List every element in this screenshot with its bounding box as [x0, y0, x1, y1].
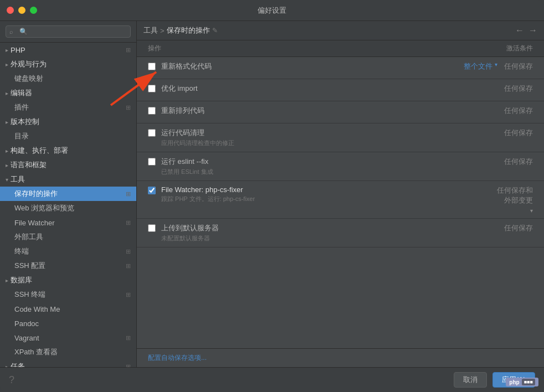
sidebar-item-tools[interactable]: ▾ 工具	[0, 172, 136, 187]
nav-icons: ← →	[515, 25, 537, 35]
bottom-bar: ? 取消 应用(A)	[0, 367, 544, 392]
sidebar-item-editor[interactable]: ▸ 编辑器	[0, 86, 136, 100]
help-icon[interactable]: ?	[9, 374, 14, 386]
sidebar-item-php[interactable]: ▸ PHP ⊞	[0, 43, 136, 57]
row-condition-file-watcher-php: 任何保存和 外部变更 ▾	[444, 185, 533, 214]
table-row: 重新格式化代码 整个文件 ▾ 任何保存	[137, 57, 544, 79]
sidebar-item-save-actions[interactable]: 保存时的操作 ⊞	[0, 187, 136, 201]
sidebar-item-ssh-terminal[interactable]: SSH 终端 ⊞	[0, 287, 136, 302]
sidebar-item-label-directory: 目录	[14, 131, 29, 141]
row-title-optimize: 优化 import	[161, 84, 198, 94]
sidebar-item-appearance[interactable]: ▸ 外观与行为	[0, 57, 136, 71]
table-header: 操作 激活条件	[137, 40, 544, 57]
row-text-upload: 上传到默认服务器 未配置默认服务器	[161, 223, 219, 243]
row-title-eslint: 运行 eslint --fix	[161, 157, 213, 167]
close-button[interactable]	[7, 7, 14, 14]
panel-footer: 配置自动保存选项...	[137, 348, 544, 367]
row-condition-reformat: 整个文件 ▾ 任何保存	[444, 61, 533, 71]
condition-dropdown-reformat[interactable]: ▾	[495, 61, 497, 68]
table-row: 重新排列代码 任何保存	[137, 101, 544, 123]
expand-arrow-appearance: ▸	[6, 61, 8, 68]
expand-arrow-vcs: ▸	[6, 119, 8, 125]
row-title-upload: 上传到默认服务器	[161, 223, 219, 233]
sidebar-item-label-keymaps: 键盘映射	[14, 74, 43, 84]
php-badge: php ■■■	[506, 378, 538, 386]
sidebar-item-build[interactable]: ▸ 构建、执行、部署	[0, 143, 136, 158]
sidebar-item-lang[interactable]: ▸ 语言和框架	[0, 158, 136, 172]
sidebar-item-vagrant[interactable]: Vagrant ⊞	[0, 331, 136, 345]
sidebar-item-vcs[interactable]: ▸ 版本控制	[0, 115, 136, 129]
breadcrumb-current: 保存时的操作	[167, 25, 210, 35]
row-dropdown-file-watcher-php[interactable]: ▾	[530, 208, 533, 214]
sidebar-item-web-browser[interactable]: Web 浏览器和预览	[0, 201, 136, 215]
row-condition-cleanup: 任何保存	[444, 128, 533, 138]
traffic-lights	[7, 7, 37, 14]
row-any-save-eslint: 任何保存	[504, 157, 533, 167]
row-checkbox-file-watcher-php[interactable]	[148, 187, 156, 194]
col-header-action: 操作	[148, 44, 444, 53]
row-checkbox-rearrange[interactable]	[148, 107, 156, 115]
sidebar-item-database[interactable]: ▸ 数据库	[0, 273, 136, 287]
search-input[interactable]	[6, 25, 131, 38]
row-title-reformat: 重新格式化代码	[161, 61, 212, 71]
nav-back-icon[interactable]: ←	[515, 25, 524, 35]
row-checkbox-upload[interactable]	[148, 224, 156, 232]
row-subtitle-cleanup: 应用代码清理检查中的修正	[161, 139, 234, 147]
titlebar: 偏好设置	[0, 0, 544, 21]
minimize-button[interactable]	[18, 7, 25, 14]
nav-forward-icon[interactable]: →	[528, 25, 537, 35]
edit-icon[interactable]: ✎	[212, 27, 218, 34]
cancel-button[interactable]: 取消	[454, 372, 487, 388]
row-title-cleanup: 运行代码清理	[161, 128, 234, 138]
sidebar-item-file-watcher[interactable]: File Watcher ⊞	[0, 215, 136, 230]
row-checkbox-optimize[interactable]	[148, 85, 156, 92]
sidebar-item-icon-php: ⊞	[126, 47, 131, 54]
row-left: 上传到默认服务器 未配置默认服务器	[148, 223, 444, 243]
table-row: File Watcher: php-cs-fixer 跟踪 PHP 文件。运行:…	[137, 181, 544, 219]
sidebar-item-terminal[interactable]: 终端 ⊞	[0, 244, 136, 259]
sidebar-item-label-editor: 编辑器	[11, 88, 32, 98]
sidebar-item-keymaps[interactable]: 键盘映射	[0, 71, 136, 86]
row-any-save-file-watcher-php: 任何保存和 外部变更	[497, 185, 533, 205]
col-header-condition: 激活条件	[444, 44, 533, 53]
sidebar-item-icon-ssh-terminal: ⊞	[126, 291, 131, 298]
sidebar-item-pandoc[interactable]: Pandoc	[0, 316, 136, 331]
expand-arrow-php: ▸	[6, 47, 8, 53]
expand-arrow-tools: ▾	[6, 177, 8, 183]
sidebar-item-tasks[interactable]: ▸ 任务 ⊞	[0, 359, 136, 367]
sidebar-item-external-tools[interactable]: 外部工具	[0, 230, 136, 244]
row-left: 重新格式化代码	[148, 61, 444, 71]
row-text-optimize: 优化 import	[161, 84, 198, 94]
maximize-button[interactable]	[30, 7, 37, 14]
sidebar-item-ssh-config[interactable]: SSH 配置 ⊞	[0, 259, 136, 273]
sidebar-item-label-terminal: 终端	[14, 246, 29, 256]
sidebar-item-code-with-me[interactable]: Code With Me	[0, 302, 136, 316]
sidebar-item-label-plugins: 插件	[14, 102, 29, 112]
row-checkbox-eslint[interactable]	[148, 158, 156, 166]
breadcrumb-root: 工具	[143, 25, 158, 35]
row-any-save-rearrange: 任何保存	[504, 106, 533, 116]
footer-link[interactable]: 配置自动保存选项...	[148, 354, 207, 362]
table-row: 运行代码清理 应用代码清理检查中的修正 任何保存	[137, 123, 544, 152]
sidebar-item-label-file-watcher: File Watcher	[14, 219, 54, 227]
right-panel: 工具 > 保存时的操作 ✎ ← → 操作 激活条件	[137, 21, 544, 367]
row-subtitle-file-watcher-php: 跟踪 PHP 文件。运行: php-cs-fixer	[161, 195, 255, 203]
sidebar-item-xpath[interactable]: XPath 查看器	[0, 345, 136, 359]
breadcrumb-separator: >	[160, 27, 165, 35]
breadcrumb: 工具 > 保存时的操作 ✎	[143, 25, 218, 35]
row-left: 运行 eslint --fix 已禁用 ESLint 集成	[148, 157, 444, 176]
sidebar-item-directory[interactable]: 目录	[0, 129, 136, 143]
row-checkbox-cleanup[interactable]	[148, 129, 156, 137]
row-condition-optimize: 任何保存	[444, 84, 533, 94]
sidebar-item-label-code-with-me: Code With Me	[14, 305, 60, 313]
panel-header: 工具 > 保存时的操作 ✎ ← →	[137, 21, 544, 40]
expand-arrow-lang: ▸	[6, 162, 8, 168]
condition-link-reformat[interactable]: 整个文件	[464, 61, 492, 71]
row-title-file-watcher-php: File Watcher: php-cs-fixer	[161, 185, 255, 194]
expand-arrow-build: ▸	[6, 148, 8, 154]
row-checkbox-reformat[interactable]	[148, 63, 156, 70]
sidebar-item-icon-save-actions: ⊞	[126, 190, 131, 198]
sidebar-item-label-save-actions: 保存时的操作	[14, 189, 58, 199]
sidebar-item-plugins[interactable]: 插件 ⊞	[0, 100, 136, 115]
row-text-reformat: 重新格式化代码	[161, 61, 212, 71]
